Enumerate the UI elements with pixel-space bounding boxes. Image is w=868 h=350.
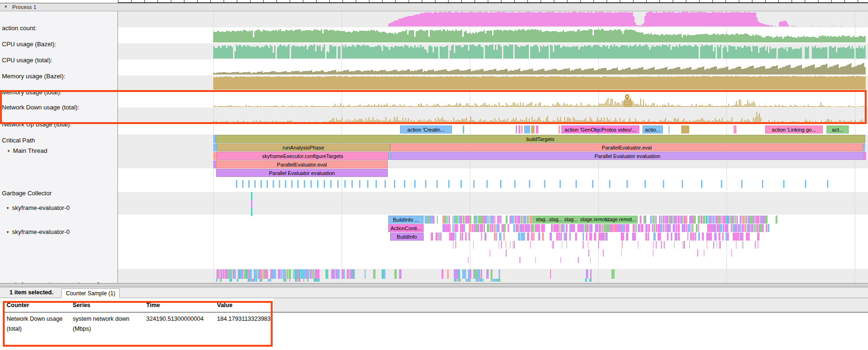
track-label: action count: bbox=[2, 25, 37, 32]
slice-tick[interactable] bbox=[516, 125, 517, 133]
action-count-series[interactable] bbox=[388, 12, 857, 26]
overlapping-slice-label: stag... bbox=[536, 217, 550, 222]
slice-tick[interactable] bbox=[559, 125, 560, 133]
sidebar-item-action-count[interactable]: action count: bbox=[2, 25, 37, 32]
slice-buildinfo[interactable]: BuildInfo bbox=[390, 233, 424, 241]
process-header[interactable]: ▾ Process 1 bbox=[0, 3, 868, 11]
sidebar-item-memory-usage-bazel[interactable]: Memory usage (Bazel): bbox=[2, 73, 65, 80]
slice-parallel-evaluator-evaluation[interactable]: Parallel Evaluator evaluation bbox=[216, 169, 388, 177]
table-header-band bbox=[274, 298, 868, 312]
memory-usage-total-series[interactable] bbox=[213, 76, 866, 90]
slice-tick[interactable] bbox=[734, 125, 736, 133]
slice-tick[interactable] bbox=[524, 125, 530, 133]
sidebar-item-garbage-collector[interactable]: Garbage Collector bbox=[2, 190, 52, 197]
panel-resize-divider[interactable] bbox=[0, 283, 868, 287]
sidebar-item-skyframe-evaluator-0[interactable]: ▾skyframe-evaluator-0 bbox=[7, 228, 70, 236]
sidebar-item-main-thread[interactable]: ▾Main Thread bbox=[8, 147, 47, 155]
track-label: Main Thread bbox=[13, 147, 48, 154]
slice-tick[interactable] bbox=[518, 125, 520, 133]
trace-viewer: action 'Creatin...action 'GenObjcProtos … bbox=[0, 0, 868, 350]
track-label: Critical Path bbox=[2, 137, 35, 144]
slice-stripe-series[interactable] bbox=[229, 269, 588, 279]
track-label: Memory usage (Bazel): bbox=[2, 73, 65, 80]
slice-tick[interactable] bbox=[463, 125, 464, 133]
expander-triangle-icon[interactable]: ▾ bbox=[7, 230, 9, 234]
sidebar-item-critical-path[interactable]: Critical Path bbox=[2, 137, 35, 144]
slice-stripe-series[interactable] bbox=[506, 250, 704, 257]
slice-tick[interactable] bbox=[213, 152, 217, 160]
highlight-box-network-tracks bbox=[0, 90, 867, 124]
slice-buildinfo[interactable]: BuildInfo ... bbox=[388, 216, 424, 224]
sidebar-item-skyframe-evaluator-0[interactable]: ▾skyframe-evaluator-0 bbox=[7, 204, 70, 212]
overlapping-slice-label: stag... bbox=[564, 217, 578, 222]
slice-tick[interactable] bbox=[536, 125, 538, 133]
overlapping-slice-label: stag... bbox=[549, 217, 563, 222]
slice-stripe-series[interactable] bbox=[578, 257, 591, 263]
slice-tick[interactable] bbox=[521, 125, 523, 133]
track-label: CPU usage (Bazel): bbox=[2, 41, 56, 48]
slice-tick[interactable] bbox=[864, 152, 866, 160]
cpu-usage-bazel-series[interactable] bbox=[213, 29, 866, 42]
overlapping-slice-label: stage.remot... bbox=[606, 217, 636, 222]
slice-actionconti[interactable]: ActionConti... bbox=[388, 224, 424, 232]
process-title: Process 1 bbox=[12, 4, 36, 10]
track-label-sidebar: action count:CPU usage (Bazel):CPU usage… bbox=[0, 11, 118, 283]
slice-stripe-series[interactable] bbox=[468, 257, 561, 263]
mini-slice[interactable] bbox=[251, 192, 252, 200]
slice-action-linking-go[interactable]: action 'Linking go... bbox=[765, 125, 823, 133]
slice-act[interactable]: act... bbox=[826, 125, 849, 133]
slice-stripe-series[interactable] bbox=[453, 241, 756, 249]
track-label: CPU usage (total): bbox=[2, 57, 52, 64]
expander-triangle-icon[interactable]: ▾ bbox=[8, 149, 10, 153]
slice-parallelevaluator-eval[interactable]: ParallelEvaluator.eval bbox=[390, 143, 863, 151]
slice-stripe-series[interactable] bbox=[499, 241, 758, 249]
slice-stripe-series[interactable] bbox=[490, 250, 732, 257]
sidebar-item-cpu-usage-total[interactable]: CPU usage (total): bbox=[2, 57, 52, 64]
slice-buildtargets[interactable]: buildTargets bbox=[216, 135, 865, 143]
slice-stripe-series[interactable] bbox=[455, 241, 707, 249]
slice-parallelevaluator-eval[interactable]: ParallelEvaluator.eval bbox=[216, 160, 388, 168]
mini-slice[interactable] bbox=[251, 208, 252, 216]
expander-triangle-icon[interactable]: ▾ bbox=[7, 206, 9, 210]
slice-tick[interactable] bbox=[531, 125, 534, 133]
memory-usage-bazel-series[interactable] bbox=[213, 63, 866, 75]
cpu-usage-total-series[interactable] bbox=[213, 44, 866, 58]
collapse-triangle-icon[interactable]: ▾ bbox=[5, 4, 7, 9]
slice-parallel-evaluator-evaluation[interactable]: Parallel Evaluator evaluation bbox=[391, 152, 864, 160]
track-label: skyframe-evaluator-0 bbox=[12, 204, 70, 211]
slice-action-creatin[interactable]: action 'Creatin... bbox=[400, 125, 452, 133]
slice-actio[interactable]: actio... bbox=[643, 125, 663, 133]
mini-slice[interactable] bbox=[251, 200, 252, 208]
bottom-tab-strip bbox=[0, 287, 868, 298]
highlight-box-sample-table bbox=[3, 301, 273, 347]
slice-action-genobjcprotos-video[interactable]: action 'GenObjcProtos video/... bbox=[561, 125, 639, 133]
selection-status: 1 item selected. bbox=[9, 289, 53, 296]
slice-stripe-series[interactable] bbox=[217, 269, 587, 279]
slice-tick[interactable] bbox=[668, 125, 669, 133]
garbage-collector-tick-series[interactable] bbox=[236, 180, 828, 188]
tab-counter-sample[interactable]: Counter Sample (1) bbox=[61, 288, 120, 298]
sidebar-item-cpu-usage-bazel[interactable]: CPU usage (Bazel): bbox=[2, 41, 56, 48]
track-label: skyframe-evaluator-0 bbox=[12, 228, 70, 235]
slice-tick[interactable] bbox=[681, 125, 689, 133]
slice-tick[interactable] bbox=[863, 143, 865, 151]
slice-skyframeexecutor-configuretargets[interactable]: skyframeExecutor.configureTargets bbox=[217, 152, 389, 160]
slice-runanalysisphase[interactable]: runAnalysisPhase bbox=[217, 143, 390, 151]
track-label: Garbage Collector bbox=[2, 190, 52, 197]
slice-tick[interactable] bbox=[213, 143, 217, 151]
